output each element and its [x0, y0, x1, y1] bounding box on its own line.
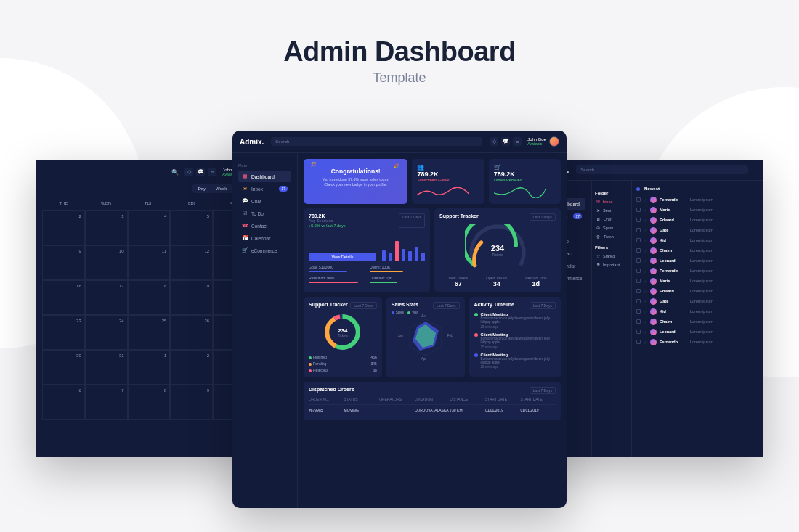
folder-trash[interactable]: 🗑Trash [595, 232, 628, 241]
message-row[interactable]: ☆FernandoLorem ipsum [636, 337, 758, 347]
checkbox[interactable] [636, 319, 641, 324]
message-row[interactable]: ☆LeonardLorem ipsum [636, 327, 758, 337]
calendar-cell[interactable]: 8 [128, 385, 171, 420]
star-icon[interactable]: ☆ [644, 299, 647, 304]
star-icon[interactable]: ☆ [644, 218, 647, 223]
filter-important[interactable]: ⚑Important [595, 261, 628, 269]
menu-icon[interactable]: ≡ [513, 137, 522, 146]
calendar-cell[interactable]: 31 [85, 350, 128, 385]
calendar-cell[interactable]: 9 [170, 385, 213, 420]
calendar-cell[interactable]: 11 [128, 245, 171, 280]
calendar-cell[interactable]: 17 [85, 280, 128, 315]
period-dropdown[interactable]: Last 7 Days [350, 302, 376, 309]
menu-icon[interactable]: ≡ [208, 168, 216, 176]
calendar-cell[interactable]: 12 [170, 245, 213, 280]
message-row[interactable]: ☆GateLorem ipsum [636, 225, 758, 235]
period-dropdown[interactable]: Last 7 Days [530, 213, 556, 221]
calendar-cell[interactable]: 7 [85, 385, 128, 420]
checkbox[interactable] [636, 218, 641, 222]
star-icon[interactable]: ☆ [644, 269, 647, 274]
message-row[interactable]: ☆ChairnLorem ipsum [636, 245, 758, 255]
checkbox[interactable] [636, 299, 641, 303]
calendar-cell[interactable]: 24 [85, 315, 128, 350]
calendar-cell[interactable]: 23 [42, 315, 85, 350]
star-icon[interactable]: ☆ [644, 258, 647, 263]
calendar-cell[interactable]: 26 [170, 315, 213, 350]
sidebar-item-ecommerce[interactable]: 🛒eCommerce [238, 245, 291, 256]
star-icon[interactable]: ☆ [644, 248, 647, 253]
period-dropdown[interactable]: Last 7 Days [433, 302, 459, 309]
filter-stared[interactable]: ☆Stared [595, 252, 628, 261]
message-row[interactable]: ☆EdwardLorem ipsum [636, 215, 758, 225]
message-row[interactable]: ☆EdwardLorem ipsum [636, 286, 758, 296]
calendar-cell[interactable]: 5 [170, 210, 213, 245]
star-icon[interactable]: ☆ [644, 238, 647, 243]
checkbox[interactable] [636, 228, 641, 232]
calendar-cell[interactable]: 2 [42, 210, 85, 245]
star-icon[interactable]: ☆ [644, 208, 647, 213]
checkbox[interactable] [636, 309, 641, 314]
calendar-cell[interactable]: 10 [85, 245, 128, 280]
checkbox[interactable] [636, 248, 641, 253]
message-row[interactable]: ☆FernandoLorem ipsum [636, 266, 758, 276]
calendar-cell[interactable]: 2 [170, 350, 213, 385]
calendar-cell[interactable]: 3 [85, 210, 128, 245]
calendar-cell[interactable]: 25 [128, 315, 171, 350]
calendar-cell[interactable]: 6 [42, 385, 85, 420]
checkbox[interactable] [636, 269, 641, 273]
star-icon[interactable]: ☆ [644, 279, 647, 284]
star-icon[interactable]: ☆ [644, 228, 647, 233]
chat-icon[interactable]: 💬 [196, 168, 205, 176]
sidebar-item-chat[interactable]: 💬Chat [238, 195, 291, 207]
calendar-cell[interactable]: 30 [42, 350, 85, 385]
search-input[interactable]: Search [271, 137, 482, 146]
star-icon[interactable]: ☆ [644, 330, 647, 335]
checkbox[interactable] [636, 238, 641, 242]
message-row[interactable]: ☆MarieLorem ipsum [636, 205, 758, 215]
sidebar-item-calendar[interactable]: 📅Calendar [238, 232, 291, 244]
folder-spam[interactable]: ⊘Spam [595, 224, 628, 232]
message-row[interactable]: ☆FernandoLorem ipsum [636, 195, 758, 205]
calendar-cell[interactable]: 9 [42, 245, 85, 280]
checkbox[interactable] [636, 208, 641, 212]
message-row[interactable]: ☆KidLorem ipsum [636, 235, 758, 245]
search-icon[interactable]: 🔍 [171, 169, 179, 176]
message-row[interactable]: ☆LeonardLorem ipsum [636, 255, 758, 266]
checkbox[interactable] [636, 330, 641, 334]
folder-sent[interactable]: ➤Sent [595, 206, 628, 215]
star-icon[interactable]: ☆ [644, 197, 647, 202]
star-icon[interactable]: ☆ [644, 319, 647, 324]
star-icon[interactable]: ☆ [644, 340, 647, 345]
sidebar-item-contact[interactable]: ☎Contact [238, 220, 291, 232]
calendar-cell[interactable]: 18 [128, 280, 171, 315]
folder-inbox[interactable]: ✉Inbox [595, 197, 628, 206]
view-details-button[interactable]: View Details [309, 253, 376, 261]
nav-icon[interactable]: ◇ [490, 137, 498, 146]
nav-icon[interactable]: ◇ [184, 168, 193, 176]
chat-icon[interactable]: 💬 [501, 137, 510, 146]
sidebar-item-dashboard[interactable]: ▦Dashboard [238, 171, 291, 182]
sidebar-item-inbox[interactable]: ✉Inbox17 [238, 183, 291, 195]
message-row[interactable]: ☆GateLorem ipsum [636, 296, 758, 306]
message-row[interactable]: ☆ChairnLorem ipsum [636, 316, 758, 327]
user-badge[interactable]: John DoeAvailable [527, 136, 559, 147]
period-dropdown[interactable]: Last 7 Days [530, 387, 556, 394]
star-icon[interactable]: ☆ [644, 289, 647, 294]
checkbox[interactable] [636, 279, 641, 283]
period-dropdown[interactable]: Last 7 Days [399, 213, 425, 228]
calendar-cell[interactable]: 1 [128, 350, 171, 385]
calendar-cell[interactable]: 16 [42, 280, 85, 315]
message-row[interactable]: ☆MarieLorem ipsum [636, 276, 758, 286]
folder-draft[interactable]: 🗎Draft [595, 215, 628, 224]
calendar-cell[interactable]: 4 [128, 210, 171, 245]
checkbox[interactable] [636, 197, 641, 202]
message-row[interactable]: ☆KidLorem ipsum [636, 306, 758, 316]
period-dropdown[interactable]: Last 7 Days [530, 302, 556, 309]
checkbox[interactable] [636, 258, 641, 263]
search-input[interactable]: Search [576, 165, 748, 174]
star-icon[interactable]: ☆ [644, 309, 647, 314]
calendar-cell[interactable]: 19 [170, 280, 213, 315]
checkbox[interactable] [636, 340, 641, 344]
checkbox[interactable] [636, 289, 641, 293]
sidebar-item-to-do[interactable]: ☑To Do [238, 208, 291, 219]
